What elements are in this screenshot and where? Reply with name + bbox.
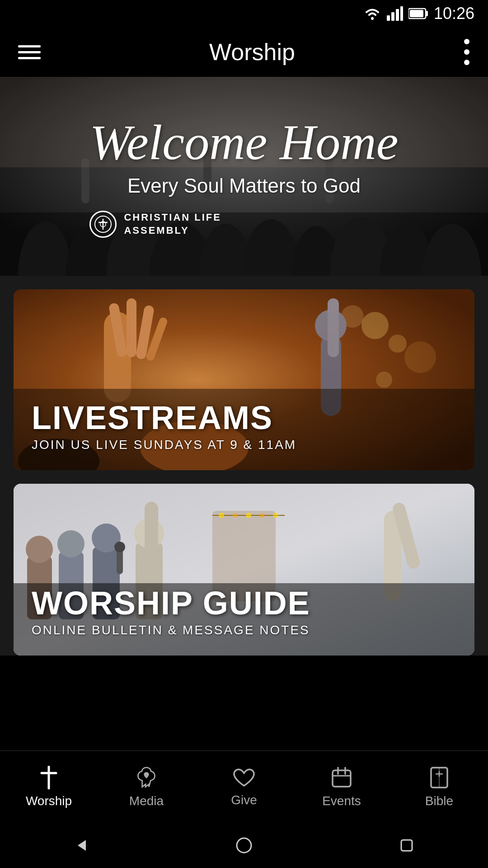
svg-point-32 (361, 312, 389, 339)
nav-item-give[interactable]: Give (195, 767, 293, 807)
svg-rect-59 (145, 502, 158, 561)
worship-guide-card[interactable]: WORSHIP GUIDE ONLINE BULLETIN & MESSAGE … (14, 484, 474, 656)
svg-rect-4 (400, 6, 403, 21)
more-options-button[interactable] (464, 38, 470, 66)
svg-point-66 (246, 513, 251, 518)
svg-rect-55 (117, 549, 123, 574)
bottom-navigation: Worship Media Give Even (0, 750, 488, 823)
nav-item-events[interactable]: Events (293, 766, 390, 808)
back-button[interactable] (72, 836, 90, 854)
bible-nav-label: Bible (425, 794, 453, 808)
recents-button[interactable] (398, 836, 416, 854)
svg-point-64 (219, 513, 224, 518)
svg-rect-2 (391, 12, 394, 21)
svg-marker-80 (78, 840, 86, 851)
worship-nav-icon (38, 766, 60, 789)
nav-item-worship[interactable]: Worship (0, 766, 98, 808)
svg-point-81 (237, 838, 251, 853)
status-time: 10:26 (434, 4, 474, 23)
svg-point-0 (371, 17, 374, 20)
svg-point-50 (26, 536, 53, 563)
svg-point-52 (57, 530, 84, 557)
hero-text: Welcome Home Every Soul Matters to God C… (89, 115, 398, 238)
hero-subtitle-text: Every Soul Matters to God (89, 175, 398, 197)
svg-rect-1 (387, 15, 390, 21)
svg-point-9 (464, 49, 469, 55)
svg-point-33 (389, 335, 407, 353)
livestreams-subtitle: JOIN US LIVE SUNDAYS AT 9 & 11AM (32, 438, 456, 452)
church-logo-icon (94, 215, 112, 233)
worship-guide-subtitle: ONLINE BULLETIN & MESSAGE NOTES (32, 623, 456, 637)
worship-guide-content: WORSHIP GUIDE ONLINE BULLETIN & MESSAGE … (14, 573, 474, 656)
worship-guide-title: WORSHIP GUIDE (32, 587, 456, 619)
app-header: Worship (0, 27, 488, 77)
media-nav-label: Media (129, 794, 164, 808)
signal-icon (387, 6, 403, 21)
media-nav-icon (136, 766, 157, 789)
svg-point-35 (404, 341, 436, 373)
livestreams-card[interactable]: LIVESTREAMS JOIN US LIVE SUNDAYS AT 9 & … (14, 289, 474, 470)
hero-welcome-text: Welcome Home (89, 115, 398, 170)
give-nav-label: Give (231, 793, 257, 807)
main-content: LIVESTREAMS JOIN US LIVE SUNDAYS AT 9 & … (0, 276, 488, 656)
svg-rect-7 (410, 10, 423, 17)
svg-point-8 (464, 39, 469, 44)
svg-point-68 (273, 513, 278, 518)
worship-nav-label: Worship (26, 794, 72, 808)
page-title: Worship (209, 38, 295, 66)
hero-banner: Welcome Home Every Soul Matters to God C… (0, 77, 488, 276)
home-button[interactable] (235, 836, 253, 854)
svg-point-10 (464, 60, 469, 65)
give-nav-icon (232, 767, 256, 788)
svg-point-67 (260, 513, 264, 518)
nav-item-media[interactable]: Media (98, 766, 195, 808)
nav-item-bible[interactable]: Bible (390, 766, 488, 808)
events-nav-icon (331, 766, 352, 789)
svg-point-56 (114, 542, 125, 552)
church-logo: CHRISTIAN LIFE ASSEMBLY (89, 211, 398, 238)
livestreams-title: LIVESTREAMS (32, 401, 456, 434)
battery-icon (408, 7, 428, 20)
svg-rect-44 (328, 298, 339, 357)
svg-point-65 (233, 513, 237, 518)
bible-nav-icon (429, 766, 449, 789)
events-nav-label: Events (322, 794, 361, 808)
livestreams-content: LIVESTREAMS JOIN US LIVE SUNDAYS AT 9 & … (14, 388, 474, 470)
wifi-icon (363, 6, 381, 21)
church-logo-circle (89, 211, 117, 238)
status-bar: 10:26 (0, 0, 488, 27)
hamburger-menu-button[interactable] (18, 45, 41, 59)
svg-rect-72 (333, 770, 351, 787)
svg-rect-39 (127, 298, 136, 357)
svg-point-36 (376, 372, 392, 388)
svg-rect-82 (401, 840, 412, 851)
church-name-text: CHRISTIAN LIFE ASSEMBLY (124, 211, 221, 237)
status-icons: 10:26 (363, 4, 474, 23)
svg-rect-3 (396, 9, 399, 21)
system-navigation (0, 823, 488, 868)
svg-rect-6 (426, 11, 428, 16)
